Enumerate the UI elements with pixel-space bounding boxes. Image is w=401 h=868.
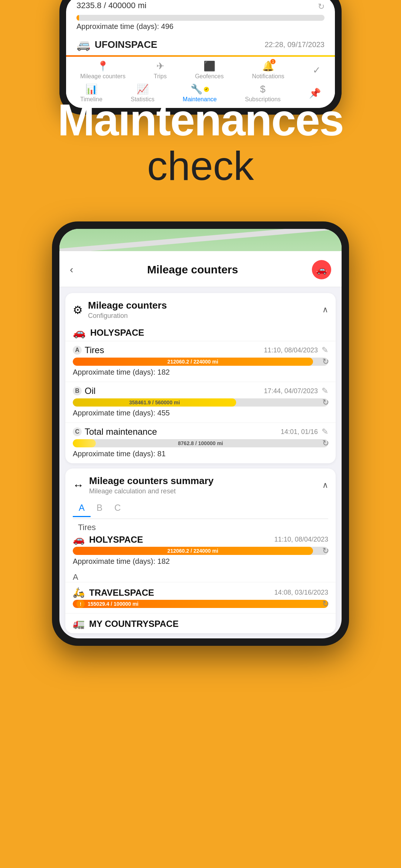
oil-refresh-icon[interactable]: ↻ <box>322 398 329 407</box>
summary-icon: ↔ <box>73 479 84 491</box>
total-progress-fill <box>73 439 96 447</box>
mileage-counters-icon: ⚙ <box>73 303 83 316</box>
map-road <box>60 229 341 251</box>
total-refresh-icon[interactable]: ↻ <box>322 438 329 448</box>
cards-container: ⚙ Mileage counters Configuration ∧ 🚗 <box>59 287 342 633</box>
holyspace-entry: 🚗 HOLYSPACE 11:10, 08/04/2023 212060.2 /… <box>65 534 336 571</box>
holyspace-progress-wrapper: 212060.2 / 224000 mi ↻ <box>73 547 328 555</box>
card-2-title-group: Mileage counters summary Mileage calcula… <box>89 475 213 495</box>
card-1-vehicle-section: 🚗 HOLYSPACE <box>65 324 336 341</box>
holyspace-name: HOLYSPACE <box>90 328 144 338</box>
travelspace-entry-label: 155029.4 / 100000 mi <box>88 601 138 607</box>
card-1-subtitle: Configuration <box>88 312 167 320</box>
oil-label-row: B Oil <box>73 386 95 396</box>
travelspace-progress-wrapper: ! 155029.4 / 100000 mi ↻ <box>73 600 328 608</box>
tires-refresh-icon[interactable]: ↻ <box>322 357 329 366</box>
tires-meta: 11:10, 08/04/2023 ✎ <box>264 345 328 355</box>
travelspace-entry-date: 14:08, 03/16/2023 <box>274 589 328 596</box>
tires-label-row: A Tires <box>73 345 104 355</box>
tires-item: A Tires 11:10, 08/04/2023 ✎ 212 <box>65 341 336 382</box>
tires-progress-fill: 212060.2 / 224000 mi <box>73 358 313 366</box>
entry-a-label: A <box>65 571 336 582</box>
countryspace-entry: 🚛 MY COUNTRYSPACE <box>65 613 336 633</box>
hero-title: Maintenances <box>22 96 379 143</box>
total-progress-wrapper: 8762.8 / 100000 mi ↻ <box>73 439 328 447</box>
card-1-collapse-icon[interactable]: ∧ <box>322 305 328 315</box>
tires-date: 11:10, 08/04/2023 <box>264 346 318 354</box>
countryspace-header: 🚛 MY COUNTRYSPACE <box>73 618 328 629</box>
total-approx-time: Approximate time (days): 81 <box>73 450 328 458</box>
tires-name: Tires <box>85 345 104 355</box>
warning-icon: ! <box>76 600 85 608</box>
total-edit-icon[interactable]: ✎ <box>322 427 328 437</box>
tab-b[interactable]: B <box>91 500 108 517</box>
card-2-header: ↔ Mileage counters summary Mileage calcu… <box>65 468 336 500</box>
oil-date: 17:44, 04/07/2023 <box>264 387 318 395</box>
travelspace-entry-refresh[interactable]: ↻ <box>322 599 329 609</box>
oil-badge: B <box>73 387 82 395</box>
total-date: 14:01, 01/16 <box>281 428 318 436</box>
summary-tabs: A B C <box>65 500 336 517</box>
holyspace-entry-track: 212060.2 / 224000 mi <box>73 547 328 555</box>
tires-progress-label: 212060.2 / 224000 mi <box>167 359 218 365</box>
car-avatar-icon: 🚗 <box>316 264 327 275</box>
holyspace-entry-label: 212060.2 / 224000 mi <box>167 548 218 554</box>
holyspace-car-icon-2: 🚗 <box>73 534 85 545</box>
tires-progress-wrapper: 212060.2 / 224000 mi ↻ <box>73 358 328 366</box>
card-2-collapse-icon[interactable]: ∧ <box>322 480 328 490</box>
holyspace-entry-refresh[interactable]: ↻ <box>322 546 329 556</box>
oil-edit-icon[interactable]: ✎ <box>322 386 328 396</box>
bottom-phone-wrapper: ‹ Mileage counters 🚗 ⚙ Mileage counters <box>0 210 401 668</box>
travelspace-entry-name: TRAVELSPACE <box>89 588 154 598</box>
countryspace-truck-icon: 🚛 <box>73 618 85 629</box>
oil-progress-label: 358461.9 / 560000 mi <box>129 400 180 405</box>
holyspace-entry-fill: 212060.2 / 224000 mi <box>73 547 313 555</box>
screen-title-label: Mileage counters <box>147 263 238 276</box>
mileage-counters-card: ⚙ Mileage counters Configuration ∧ 🚗 <box>65 293 336 463</box>
card-2-subtitle: Mileage calculation and reset <box>89 487 213 495</box>
tires-edit-icon[interactable]: ✎ <box>322 345 328 355</box>
total-maintenance-item: C Total maintenance 14:01, 01/16 ✎ <box>65 423 336 463</box>
total-badge: C <box>73 427 82 436</box>
phone-screen-bottom: ‹ Mileage counters 🚗 ⚙ Mileage counters <box>59 229 342 638</box>
total-meta: 14:01, 01/16 ✎ <box>281 427 328 437</box>
car-avatar: 🚗 <box>312 260 331 279</box>
card-2-header-left: ↔ Mileage counters summary Mileage calcu… <box>73 475 213 495</box>
oil-name: Oil <box>85 386 95 396</box>
phone-frame-bottom: ‹ Mileage counters 🚗 ⚙ Mileage counters <box>52 221 349 646</box>
total-progress-label: 8762.8 / 100000 mi <box>178 440 223 446</box>
card-1-header-left: ⚙ Mileage counters Configuration <box>73 300 167 320</box>
holyspace-entry-name: HOLYSPACE <box>89 535 143 545</box>
travelspace-entry: 🛵 TRAVELSPACE 14:08, 03/16/2023 ! 155029… <box>65 582 336 613</box>
holyspace-entry-date: 11:10, 08/04/2023 <box>274 536 328 543</box>
travelspace-entry-header: 🛵 TRAVELSPACE 14:08, 03/16/2023 <box>73 587 328 598</box>
tires-badge: A <box>73 346 82 355</box>
tab-content-label: Tires <box>73 521 101 535</box>
card-1-title: Mileage counters <box>88 300 167 311</box>
holyspace-car-icon: 🚗 <box>73 326 86 339</box>
holyspace-row: 🚗 HOLYSPACE <box>73 324 328 341</box>
hero-section: Maintenances check <box>0 0 401 210</box>
tab-a[interactable]: A <box>73 500 91 517</box>
card-2-title: Mileage counters summary <box>89 475 213 487</box>
total-row-top: C Total maintenance 14:01, 01/16 ✎ <box>73 427 328 437</box>
holyspace-entry-approx: Approximate time (days): 182 <box>73 557 328 566</box>
oil-row-top: B Oil 17:44, 04/07/2023 ✎ <box>73 386 328 396</box>
travelspace-entry-fill: ! 155029.4 / 100000 mi <box>73 600 328 608</box>
tires-progress-track: 212060.2 / 224000 mi <box>73 358 328 366</box>
oil-meta: 17:44, 04/07/2023 ✎ <box>264 386 328 396</box>
oil-progress-fill: 358461.9 / 560000 mi <box>73 398 236 407</box>
travelspace-moto-icon: 🛵 <box>73 587 85 598</box>
travelspace-entry-track: ! 155029.4 / 100000 mi <box>73 600 328 608</box>
holyspace-entry-header: 🚗 HOLYSPACE 11:10, 08/04/2023 <box>73 534 328 545</box>
screen-header: ‹ Mileage counters 🚗 <box>59 251 342 287</box>
summary-card: ↔ Mileage counters summary Mileage calcu… <box>65 468 336 633</box>
total-label-row: C Total maintenance <box>73 427 157 437</box>
oil-item: B Oil 17:44, 04/07/2023 ✎ 35846 <box>65 382 336 423</box>
total-progress-track: 8762.8 / 100000 mi <box>73 439 328 447</box>
back-button[interactable]: ‹ <box>70 264 73 276</box>
hero-subtitle: check <box>22 143 379 188</box>
oil-progress-wrapper: 358461.9 / 560000 mi ↻ <box>73 398 328 407</box>
card-1-header: ⚙ Mileage counters Configuration ∧ <box>65 293 336 324</box>
tab-c[interactable]: C <box>108 500 127 517</box>
